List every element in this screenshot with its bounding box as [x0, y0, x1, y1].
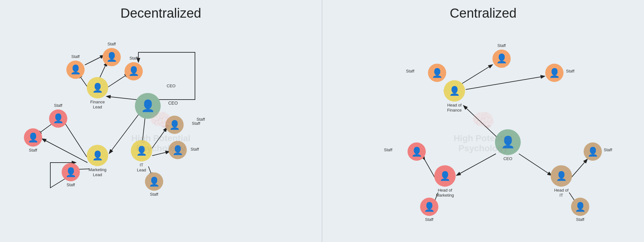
finance-lead-node: 👤 FinanceLead: [87, 77, 108, 109]
svg-line-19: [466, 76, 544, 89]
staff-tan-3: 👤 Staff: [145, 172, 163, 197]
decentralized-title: Decentralized: [120, 6, 201, 21]
staff-c-o1: Staff 👤: [492, 43, 511, 68]
staff-c-p2: 👤 Staff: [420, 198, 438, 222]
svg-line-11: [152, 128, 167, 148]
staff-c-o2: 👤: [428, 64, 446, 82]
centralized-diagram: 🧠 High Potential Psychology 👤 CEO 👤 Head…: [322, 21, 644, 241]
staff-orange-1: Staff 👤: [103, 42, 121, 66]
svg-line-22: [571, 159, 587, 177]
staff-cp2-label: Staff: [425, 217, 434, 222]
ceo-circle-c: 👤: [495, 129, 521, 155]
head-marketing-node: 👤 Head ofMarketing: [434, 165, 456, 198]
staff-co2-label: Staff: [406, 69, 414, 73]
staff-p1-label: Staff: [54, 103, 63, 108]
svg-line-12: [152, 152, 169, 156]
decentralized-diagram: 🧠 High Potential Psychology 👤 CEO CEO 👤 …: [0, 21, 322, 241]
head-finance-node: 👤 Head ofFinance: [444, 80, 465, 112]
svg-line-8: [42, 139, 87, 163]
head-it-label: Head ofIT: [554, 188, 569, 198]
staff-c-p1: 👤: [408, 142, 426, 161]
svg-line-14: [464, 106, 497, 137]
ceo-label-c: CEO: [503, 156, 512, 161]
staff-c-t1: 👤: [584, 142, 602, 161]
staff-tan-2: 👤: [169, 141, 187, 159]
staff-orange-3: Staff 👤: [125, 56, 143, 80]
staff-cp1-label: Staff: [384, 147, 392, 152]
it-lead-label: ITLead: [137, 163, 146, 172]
staff-p2-label: Staff: [29, 148, 37, 153]
staff-orange-2: Staff 👤: [66, 54, 85, 79]
staff-t1-text: Staff: [192, 121, 200, 126]
svg-line-20: [425, 159, 435, 178]
head-it-node: 👤 Head ofIT: [551, 165, 572, 198]
marketing-lead-icon: 👤: [92, 150, 103, 161]
it-lead-icon: 👤: [136, 146, 147, 156]
svg-line-15: [457, 154, 496, 175]
marketing-lead-node: 👤 MarketingLead: [87, 145, 108, 177]
staff-co1-label: Staff: [497, 43, 506, 48]
staff-t2-text: Staff: [191, 147, 199, 152]
head-finance-circle: 👤: [444, 80, 465, 101]
decentralized-arrows: [0, 21, 322, 241]
ceo-text-label: CEO: [168, 101, 178, 106]
ceo-node: 👤 CEO: [135, 93, 161, 119]
staff-ct1-label: Staff: [604, 147, 612, 152]
head-finance-label: Head ofFinance: [447, 103, 462, 112]
staff-ct2-label: Staff: [576, 217, 585, 222]
marketing-lead-label: MarketingLead: [88, 167, 106, 177]
decentralized-section: Decentralized: [0, 0, 322, 242]
ceo-node-c: 👤 CEO: [495, 129, 521, 161]
staff-pink-2: 👤 Staff: [24, 128, 42, 153]
staff-o1-label: Staff: [108, 42, 116, 47]
it-lead-node: 👤 ITLead: [131, 140, 152, 172]
staff-c-o3: 👤: [545, 64, 564, 82]
staff-t3-label: Staff: [150, 192, 158, 197]
head-marketing-label: Head ofMarketing: [436, 188, 454, 198]
staff-co3-label: Staff: [566, 69, 575, 73]
finance-lead-circle: 👤: [87, 77, 108, 98]
svg-line-16: [519, 154, 551, 175]
staff-o2-label: Staff: [71, 54, 80, 59]
svg-line-6: [85, 55, 104, 65]
centralized-arrows: [322, 21, 644, 241]
head-marketing-circle: 👤: [434, 165, 456, 187]
ceo-label: CEO: [167, 84, 175, 89]
finance-lead-label: FinanceLead: [90, 100, 105, 109]
staff-pink-1: Staff 👤: [49, 103, 67, 128]
it-lead-circle: 👤: [131, 140, 152, 161]
staff-tan-1: 👤 Staff: [165, 116, 184, 134]
centralized-title: Centralized: [450, 6, 516, 21]
staff-p3-label: Staff: [67, 182, 75, 187]
finance-lead-icon: 👤: [92, 83, 103, 93]
staff-o3-label: Staff: [130, 56, 138, 61]
marketing-lead-circle: 👤: [87, 145, 108, 166]
centralized-section: Centralized: [322, 0, 644, 242]
ceo-icon: 👤: [141, 99, 155, 112]
staff-c-t2: 👤 Staff: [571, 198, 589, 222]
head-it-circle: 👤: [551, 165, 572, 187]
staff-pink-3: 👤 Staff: [62, 163, 80, 187]
ceo-circle: 👤: [135, 93, 161, 119]
